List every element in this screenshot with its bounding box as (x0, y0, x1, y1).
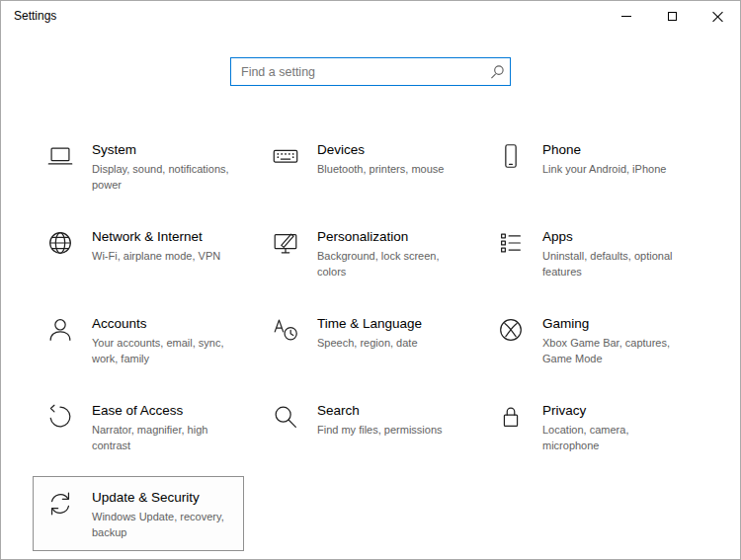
maximize-icon (668, 12, 677, 21)
tile-desc: Your accounts, email, sync, work, family (92, 336, 237, 367)
devices-icon (270, 141, 301, 171)
tile-title: Network & Internet (92, 229, 237, 244)
tile-apps[interactable]: AppsUninstall, defaults, optional featur… (483, 215, 695, 290)
tile-text: PersonalizationBackground, lock screen, … (317, 227, 462, 280)
tile-desc: Display, sound, notifications, power (92, 162, 237, 194)
tile-text: Update & SecurityWindows Update, recover… (92, 488, 237, 541)
tile-devices[interactable]: DevicesBluetooth, printers, mouse (258, 128, 469, 203)
tile-title: Gaming (542, 316, 688, 331)
tile-ease-of-access[interactable]: Ease of AccessNarrator, magnifier, high … (33, 389, 244, 464)
tile-desc: Narrator, magnifier, high contrast (92, 423, 237, 454)
close-button[interactable] (695, 1, 740, 31)
apps-list-icon (495, 228, 527, 258)
tile-text: AccountsYour accounts, email, sync, work… (92, 314, 237, 367)
lock-icon (495, 402, 527, 432)
tile-gaming[interactable]: GamingXbox Game Bar, captures, Game Mode (483, 302, 695, 377)
tile-desc: Bluetooth, printers, mouse (317, 162, 462, 178)
title-bar: Settings (1, 1, 740, 31)
time-language-icon (270, 315, 301, 345)
update-icon (44, 489, 76, 519)
tile-text: AppsUninstall, defaults, optional featur… (542, 227, 688, 280)
tile-desc: Find my files, permissions (317, 423, 462, 439)
tile-network-internet[interactable]: Network & InternetWi-Fi, airplane mode, … (33, 215, 244, 290)
tile-update-security[interactable]: Update & SecurityWindows Update, recover… (33, 476, 244, 551)
tile-personalization[interactable]: PersonalizationBackground, lock screen, … (258, 215, 469, 290)
search-row (1, 57, 740, 86)
tile-system[interactable]: SystemDisplay, sound, notifications, pow… (33, 128, 244, 203)
tile-desc: Uninstall, defaults, optional features (542, 249, 688, 280)
tile-accounts[interactable]: AccountsYour accounts, email, sync, work… (33, 302, 244, 377)
tile-desc: Link your Android, iPhone (542, 162, 688, 178)
search-box (230, 57, 511, 86)
close-icon (712, 11, 723, 22)
tile-title: Update & Security (92, 490, 237, 505)
tile-desc: Background, lock screen, colors (317, 249, 462, 280)
tile-title: System (92, 142, 237, 157)
tile-phone[interactable]: PhoneLink your Android, iPhone (483, 128, 695, 203)
tile-title: Devices (317, 142, 462, 157)
tile-search[interactable]: SearchFind my files, permissions (258, 389, 469, 464)
xbox-icon (495, 315, 527, 345)
tile-privacy[interactable]: PrivacyLocation, camera, microphone (483, 389, 695, 464)
tile-text: Network & InternetWi-Fi, airplane mode, … (92, 227, 237, 265)
tile-title: Apps (542, 229, 688, 244)
tile-text: SearchFind my files, permissions (317, 401, 462, 439)
tile-title: Search (317, 403, 462, 418)
ease-of-access-icon (44, 402, 76, 432)
tile-text: GamingXbox Game Bar, captures, Game Mode (542, 314, 688, 367)
search-icon (270, 402, 301, 432)
globe-icon (44, 228, 76, 258)
minimize-icon (621, 16, 631, 17)
tile-text: PrivacyLocation, camera, microphone (542, 401, 688, 454)
tile-title: Phone (542, 142, 688, 157)
tile-title: Ease of Access (92, 403, 237, 418)
tile-desc: Location, camera, microphone (542, 423, 688, 454)
person-icon (44, 315, 76, 345)
tile-time-language[interactable]: Time & LanguageSpeech, region, date (258, 302, 469, 377)
tile-text: Ease of AccessNarrator, magnifier, high … (92, 401, 237, 454)
settings-window: Settings SystemDisplay, sound, notificat… (0, 0, 741, 560)
tile-text: PhoneLink your Android, iPhone (542, 140, 688, 178)
tile-desc: Speech, region, date (317, 336, 462, 352)
window-title: Settings (1, 9, 604, 23)
maximize-button[interactable] (649, 1, 695, 31)
tile-text: DevicesBluetooth, printers, mouse (317, 140, 462, 178)
minimize-button[interactable] (604, 1, 649, 31)
tile-desc: Xbox Game Bar, captures, Game Mode (542, 336, 688, 367)
tile-title: Personalization (317, 229, 462, 244)
search-icon[interactable] (484, 64, 510, 79)
laptop-icon (44, 141, 76, 171)
window-controls (604, 1, 740, 31)
tile-desc: Wi-Fi, airplane mode, VPN (92, 249, 237, 265)
tile-title: Privacy (542, 403, 688, 418)
tile-text: SystemDisplay, sound, notifications, pow… (92, 140, 237, 194)
tile-title: Time & Language (317, 316, 462, 331)
tile-text: Time & LanguageSpeech, region, date (317, 314, 462, 352)
phone-icon (495, 141, 527, 171)
tile-title: Accounts (92, 316, 237, 331)
search-input[interactable] (231, 58, 484, 85)
tile-desc: Windows Update, recovery, backup (92, 510, 237, 541)
personalization-icon (270, 228, 301, 258)
settings-grid: SystemDisplay, sound, notifications, pow… (33, 128, 708, 560)
